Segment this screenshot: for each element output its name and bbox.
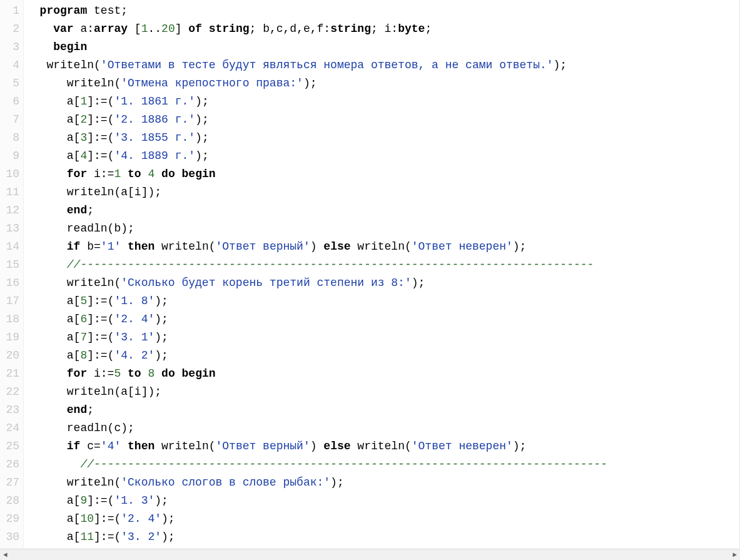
code-line: writeln(a[i]); [26,183,739,201]
line-number: 30 [0,528,19,546]
code-line: a[3]:=('3. 1855 г.'); [26,129,739,147]
line-number: 25 [0,437,19,456]
line-number: 20 [0,347,19,365]
line-number: 10 [0,165,19,183]
scroll-right-button[interactable]: ► [729,550,740,561]
code-line: end; [26,401,739,419]
line-number: 8 [0,129,19,147]
code-line: for i:=1 to 4 do begin [26,165,739,183]
code-line: //--------------------------------------… [26,256,739,274]
line-number: 3 [0,38,19,56]
line-number: 1 [0,2,19,20]
code-line: writeln('Ответами в тесте будут являться… [26,56,739,74]
scroll-left-button[interactable]: ◄ [0,550,11,561]
line-number: 27 [0,474,19,492]
line-number: 22 [0,383,19,401]
code-line: for i:=5 to 8 do begin [26,365,739,383]
code-line: a[10]:=('2. 4'); [26,510,739,528]
line-number: 23 [0,401,19,419]
code-line: var a:array [1..20] of string; b,c,d,e,f… [26,20,739,38]
line-number: 24 [0,419,19,437]
scrollbar-track[interactable] [11,550,729,561]
code-line: writeln(a[i]); [26,383,739,401]
line-number: 6 [0,93,19,111]
code-line: a[8]:=('4. 2'); [26,347,739,365]
line-number: 4 [0,56,19,74]
code-line: a[6]:=('2. 4'); [26,310,739,328]
code-line: a[4]:=('4. 1889 г.'); [26,147,739,165]
line-number: 28 [0,492,19,510]
horizontal-scrollbar[interactable]: ◄ ► [0,549,740,560]
line-number: 11 [0,183,19,201]
code-line: a[5]:=('1. 8'); [26,292,739,310]
code-line: readln(c); [26,419,739,437]
line-number: 18 [0,310,19,328]
line-number: 17 [0,292,19,310]
code-line: if b='1' then writeln('Ответ верный') el… [26,238,739,256]
code-line: begin [26,38,739,56]
code-line: //--------------------------------------… [26,456,739,474]
line-number: 14 [0,238,19,256]
code-line: a[11]:=('3. 2'); [26,528,739,546]
code-line: a[9]:=('1. 3'); [26,492,739,510]
code-line: if c='4' then writeln('Ответ верный') el… [26,437,739,456]
line-number: 15 [0,256,19,274]
code-line: readln(b); [26,220,739,238]
code-line: end; [26,201,739,220]
line-number: 5 [0,74,19,93]
line-number: 12 [0,201,19,220]
code-line: a[7]:=('3. 1'); [26,328,739,347]
line-number: 26 [0,456,19,474]
code-line: writeln('Сколько будет корень третий сте… [26,274,739,292]
line-number: 9 [0,147,19,165]
line-number: 19 [0,328,19,347]
code-line: a[2]:=('2. 1886 г.'); [26,111,739,129]
code-editor: 1234567891011121314151617181920212223242… [0,0,740,549]
code-area[interactable]: program test; var a:array [1..20] of str… [24,0,739,548]
code-line: writeln('Сколько слогов в слове рыбак:')… [26,474,739,492]
line-number: 2 [0,20,19,38]
line-number: 7 [0,111,19,129]
line-number: 16 [0,274,19,292]
code-line: writeln('Отмена крепостного права:'); [26,74,739,93]
code-line: a[1]:=('1. 1861 г.'); [26,93,739,111]
line-number: 13 [0,220,19,238]
code-line: program test; [26,2,739,20]
line-number: 21 [0,365,19,383]
line-number-gutter: 1234567891011121314151617181920212223242… [0,0,24,548]
line-number: 29 [0,510,19,528]
